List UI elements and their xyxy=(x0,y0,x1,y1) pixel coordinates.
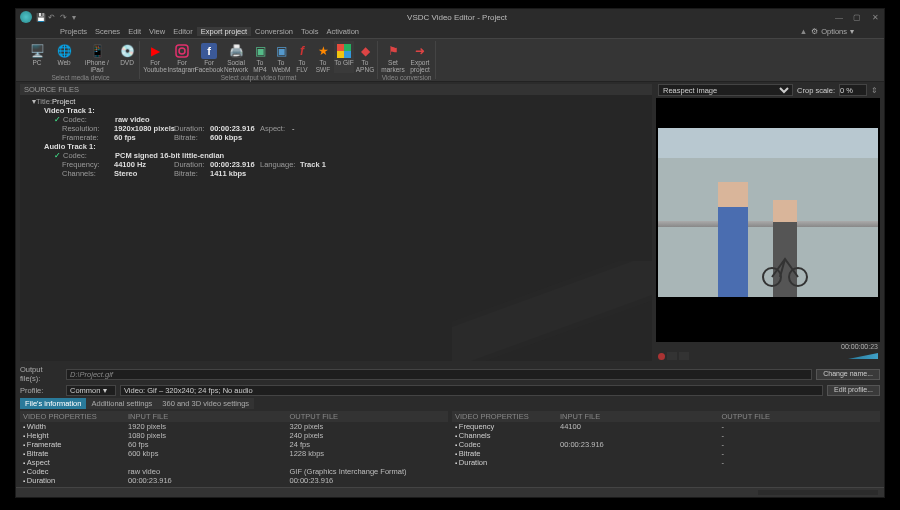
profile-desc-select[interactable]: Video: Gif – 320x240; 24 fps; No audio xyxy=(120,385,823,396)
menu-export-project[interactable]: Export project xyxy=(197,27,251,36)
minimize-icon[interactable]: — xyxy=(834,13,844,22)
change-name-button[interactable]: Change name... xyxy=(816,369,880,380)
mp4-icon: ▣ xyxy=(252,43,268,59)
record-icon[interactable] xyxy=(658,353,665,360)
property-row: Width1920 pixels320 pixels xyxy=(20,422,448,431)
notification-icon[interactable]: ▲ xyxy=(800,27,807,36)
device-dvd-button[interactable]: 💿DVD xyxy=(117,41,137,73)
for-facebook-button[interactable]: fFor Facebook xyxy=(196,41,222,73)
group-media-caption: Select media device xyxy=(51,74,109,81)
monitor-icon: 🖥️ xyxy=(29,43,45,59)
col-video-props: VIDEO PROPERTIES xyxy=(452,411,557,422)
apng-icon: ◆ xyxy=(357,43,373,59)
tab-file-info[interactable]: File's information xyxy=(20,398,86,409)
chevron-down-icon: ▾ xyxy=(850,27,854,36)
svg-rect-2 xyxy=(337,44,344,51)
property-row: Duration- xyxy=(452,458,880,467)
property-row: Frequency44100- xyxy=(452,422,880,431)
phone-icon: 📱 xyxy=(89,43,105,59)
property-row: Height1080 pixels240 pixels xyxy=(20,431,448,440)
for-youtube-button[interactable]: ▶For Youtube xyxy=(142,41,168,73)
tab-additional[interactable]: Additional settings xyxy=(86,398,157,409)
svg-rect-4 xyxy=(337,51,344,58)
to-flv-button[interactable]: fTo FLV xyxy=(292,41,312,73)
more-icon[interactable]: ▾ xyxy=(72,13,80,21)
source-tree: ▾ Title: Project Video Track 1: ✓Codec:r… xyxy=(20,95,652,361)
printer-icon: 🖨️ xyxy=(228,43,244,59)
svg-rect-5 xyxy=(344,51,351,58)
property-row: Bitrate- xyxy=(452,449,880,458)
export-project-button[interactable]: ➜Export project xyxy=(407,41,433,73)
set-markers-button[interactable]: ⚑Set markers xyxy=(380,41,406,73)
preview-viewport[interactable] xyxy=(656,98,880,342)
check-icon: ✓ xyxy=(54,151,61,160)
to-mp4-button[interactable]: ▣To MP4 xyxy=(250,41,270,73)
edit-profile-button[interactable]: Edit profile... xyxy=(827,385,880,396)
webm-icon: ▣ xyxy=(273,43,289,59)
for-instagram-button[interactable]: For Instagram xyxy=(169,41,195,73)
svg-rect-7 xyxy=(452,261,652,334)
redo-icon[interactable]: ↷ xyxy=(60,13,68,21)
col-video-props: VIDEO PROPERTIES xyxy=(20,411,125,422)
profile-common-select[interactable]: Common ▾ xyxy=(66,385,116,396)
output-file-field[interactable]: D:\Project.gif xyxy=(66,369,812,380)
crop-scale-label: Crop scale: xyxy=(797,86,835,95)
col-output: OUTPUT FILE xyxy=(719,411,881,422)
to-apng-button[interactable]: ◆To APNG xyxy=(355,41,375,73)
property-row: Framerate60 fps24 fps xyxy=(20,440,448,449)
crop-stepper-icon[interactable]: ⇕ xyxy=(871,86,878,95)
svg-rect-6 xyxy=(452,261,652,361)
source-files-header: SOURCE FILES xyxy=(20,84,652,95)
filmstrip-decoration xyxy=(452,261,652,361)
audio-track-head: Audio Track 1: xyxy=(44,142,96,151)
device-web-button[interactable]: 🌐Web xyxy=(51,41,77,73)
property-row: Duration00:00:23.91600:00:23.916 xyxy=(20,476,448,485)
volume-slider[interactable] xyxy=(848,353,878,359)
video-track-head: Video Track 1: xyxy=(44,106,95,115)
maximize-icon[interactable]: ▢ xyxy=(852,13,862,22)
menu-editor[interactable]: Editor xyxy=(169,27,197,36)
group-conv-caption: Video conversion xyxy=(382,74,432,81)
scrollbar-horizontal[interactable] xyxy=(758,490,878,495)
stop-icon[interactable] xyxy=(667,352,677,360)
property-row: Aspect xyxy=(20,458,448,467)
svg-rect-3 xyxy=(344,44,351,51)
export-icon: ➜ xyxy=(412,43,428,59)
undo-icon[interactable]: ↶ xyxy=(48,13,56,21)
to-webm-button[interactable]: ▣To WebM xyxy=(271,41,291,73)
output-file-label: Output file(s): xyxy=(20,365,62,383)
close-icon[interactable]: ✕ xyxy=(870,13,880,22)
save-icon[interactable]: 💾 xyxy=(36,13,44,21)
app-logo xyxy=(20,11,32,23)
menu-activation[interactable]: Activation xyxy=(323,27,364,36)
play-icon[interactable] xyxy=(679,352,689,360)
crop-scale-input[interactable] xyxy=(839,84,867,96)
tab-360-3d[interactable]: 360 and 3D video settings xyxy=(157,398,254,409)
menu-edit[interactable]: Edit xyxy=(124,27,145,36)
social-network-button[interactable]: 🖨️Social Network xyxy=(223,41,249,73)
to-gif-button[interactable]: To GIF xyxy=(334,41,354,73)
svg-rect-8 xyxy=(452,281,652,361)
instagram-icon xyxy=(174,43,190,59)
to-swf-button[interactable]: ★To SWF xyxy=(313,41,333,73)
globe-icon: 🌐 xyxy=(56,43,72,59)
svg-point-1 xyxy=(179,48,185,54)
property-row: Codec00:00:23.916- xyxy=(452,440,880,449)
disc-icon: 💿 xyxy=(119,43,135,59)
preview-timecode: 00:00:00:23 xyxy=(656,342,880,351)
window-title: VSDC Video Editor - Project xyxy=(80,13,834,22)
gear-icon: ⚙ xyxy=(811,27,818,36)
swf-icon: ★ xyxy=(315,43,331,59)
menu-view[interactable]: View xyxy=(145,27,169,36)
menu-scenes[interactable]: Scenes xyxy=(91,27,124,36)
menu-projects[interactable]: Projects xyxy=(56,27,91,36)
menu-conversion[interactable]: Conversion xyxy=(251,27,297,36)
device-pc-button[interactable]: 🖥️PC xyxy=(24,41,50,73)
svg-rect-0 xyxy=(176,45,188,57)
device-iphone-button[interactable]: 📱iPhone / iPad xyxy=(78,41,116,73)
col-output: OUTPUT FILE xyxy=(287,411,449,422)
reaspect-select[interactable]: Reaspect image xyxy=(658,84,793,96)
menu-tools[interactable]: Tools xyxy=(297,27,323,36)
options-button[interactable]: ⚙ Options ▾ xyxy=(811,27,854,36)
facebook-icon: f xyxy=(201,43,217,59)
